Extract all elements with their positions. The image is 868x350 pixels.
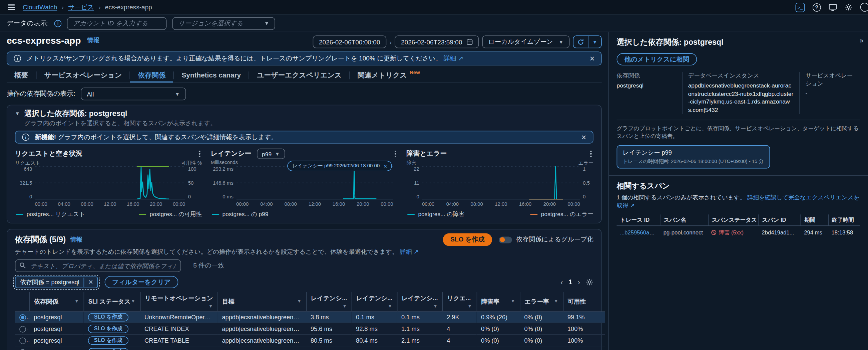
toggle-track[interactable]: [499, 236, 513, 243]
table-row[interactable]: postgresql SLO を作成 INSERT INTO appdb|ecs…: [15, 346, 605, 350]
tab-service-operations[interactable]: サービスオペレーション: [37, 68, 130, 83]
account-avatar[interactable]: [860, 3, 868, 12]
legend-item[interactable]: postgres... の p99: [212, 211, 268, 218]
chart-menu-icon[interactable]: [393, 149, 398, 159]
help-icon[interactable]: ?: [813, 3, 821, 11]
col-sli-status[interactable]: SLI ステータス▼: [84, 292, 140, 311]
table-row[interactable]: postgresql SLO を作成 UnknownRemoteOperatio…: [15, 311, 605, 323]
title-info-link[interactable]: 情報: [87, 37, 99, 43]
filter-caret-icon[interactable]: ▼: [74, 298, 79, 303]
correlate-metrics-button[interactable]: 他のメトリクスに相関: [617, 53, 697, 65]
description-details-link[interactable]: 詳細 ↗: [400, 248, 418, 255]
close-icon[interactable]: ×: [582, 133, 586, 141]
chart-menu-icon[interactable]: [197, 149, 202, 159]
row-radio[interactable]: [19, 337, 26, 344]
account-id-input[interactable]: [67, 17, 167, 30]
col-end-time[interactable]: 終了時間: [828, 214, 860, 226]
span-row[interactable]: ...b259560a028973 pg-pool.connect 障害 (5x…: [617, 226, 860, 239]
create-slo-pill-button[interactable]: SLO を作成: [88, 325, 128, 333]
percentile-select[interactable]: p99 ▼: [257, 149, 285, 159]
refresh-options-caret[interactable]: ▼: [588, 36, 601, 48]
date-end-input[interactable]: 2026-02-06T23:59:00: [395, 35, 479, 48]
section-info-link[interactable]: 情報: [70, 235, 83, 244]
clear-filters-button[interactable]: フィルターをクリア: [104, 276, 179, 288]
create-slo-pill-button[interactable]: SLO を作成: [88, 348, 128, 350]
previous-page-icon[interactable]: ‹: [560, 278, 563, 286]
plot-area[interactable]: [35, 166, 185, 200]
group-by-dependency-toggle[interactable]: 依存関係によるグループ化: [499, 235, 593, 244]
refresh-icon[interactable]: [574, 36, 588, 48]
filter-caret-icon[interactable]: ▼: [342, 303, 347, 309]
region-select[interactable]: リージョンを選択する ▼: [172, 17, 275, 30]
panel-collapse-icon[interactable]: »: [860, 37, 864, 45]
info-icon[interactable]: i: [54, 20, 62, 27]
table-row[interactable]: postgresql SLO を作成 CREATE INDEX appdb|ec…: [15, 323, 605, 334]
col-latency-1[interactable]: レイテンシ...▼: [306, 292, 351, 311]
col-trace-id[interactable]: トレース ID: [617, 214, 660, 226]
date-start-input[interactable]: 2026-02-06T00:00:00: [313, 35, 386, 48]
row-radio[interactable]: [19, 349, 26, 350]
create-slo-button[interactable]: SLO を作成: [443, 233, 492, 246]
filter-token-remove-icon[interactable]: ✕: [84, 278, 97, 287]
filter-caret-icon[interactable]: ▼: [388, 303, 392, 309]
filter-caret-icon[interactable]: ▼: [131, 298, 135, 303]
plot-area[interactable]: [422, 166, 580, 200]
filter-caret-icon[interactable]: ▼: [209, 303, 213, 309]
breadcrumb-services-link[interactable]: サービス: [68, 3, 94, 11]
latency-selection-card[interactable]: レイテンシー p99 トレースの時間範囲: 2026-02-06 18:00:0…: [617, 145, 770, 168]
trace-id-link[interactable]: ...b259560a028973: [620, 229, 660, 235]
filter-caret-icon[interactable]: ▼: [467, 303, 472, 309]
collapse-triangle-icon[interactable]: ▼: [15, 111, 20, 117]
filter-caret-icon[interactable]: ▼: [511, 298, 515, 303]
legend-item[interactable]: postgres... の可用性: [139, 211, 202, 218]
timezone-select[interactable]: ローカルタイムゾーン ▼: [482, 35, 569, 48]
chart-tooltip-close-icon[interactable]: ×: [384, 163, 387, 169]
tab-related-metrics[interactable]: 関連メトリクスNew: [350, 68, 428, 83]
dependency-filter-input[interactable]: [15, 260, 181, 272]
col-error-rate[interactable]: エラー率▼: [520, 292, 563, 311]
create-slo-pill-button[interactable]: SLO を作成: [88, 336, 128, 344]
col-target[interactable]: 目標▼: [217, 292, 306, 311]
col-requests[interactable]: リクエ...▼: [442, 292, 477, 311]
plot-area[interactable]: レイテンシー p99 2026/02/06 18:00:00 ×: [236, 166, 393, 200]
settings-gear-icon[interactable]: [845, 3, 852, 11]
display-icon[interactable]: [829, 4, 837, 11]
table-row[interactable]: postgresql SLO を作成 CREATE TABLE appdb|ec…: [15, 334, 605, 346]
tab-overview[interactable]: 概要: [7, 68, 36, 83]
tab-user-experience[interactable]: ユーザーエクスペリエンス: [249, 68, 349, 83]
close-icon[interactable]: ×: [590, 54, 595, 63]
tab-dependencies[interactable]: 依存関係: [130, 68, 173, 83]
sampling-info-banner: i メトリクスがサンプリングされる場合があります。より正確な結果を得るには、トレ…: [7, 52, 602, 65]
page-number[interactable]: 1: [568, 278, 572, 286]
col-availability[interactable]: 可用性: [563, 292, 605, 311]
table-settings-gear-icon[interactable]: [586, 278, 593, 286]
cloudshell-icon[interactable]: >_: [796, 2, 805, 12]
row-radio[interactable]: [19, 314, 26, 321]
filter-token[interactable]: 依存関係 = postgresql ✕: [15, 276, 98, 288]
legend-item[interactable]: postgres... のエラー: [530, 211, 593, 218]
col-span-name[interactable]: スパン名: [660, 214, 708, 226]
filter-caret-icon[interactable]: ▼: [297, 298, 301, 303]
tab-synthetics-canary[interactable]: Synthetics canary: [174, 68, 249, 83]
col-remote-operation[interactable]: リモートオペレーション▼: [140, 292, 217, 311]
ops-filter-select[interactable]: All ▼: [81, 88, 186, 100]
filter-caret-icon[interactable]: ▼: [554, 298, 558, 303]
men​u-icon[interactable]: [7, 3, 16, 11]
col-latency-2[interactable]: レイテンシ...▼: [351, 292, 397, 311]
chart-tooltip-chip[interactable]: レイテンシー p99 2026/02/06 18:00:00 ×: [287, 161, 392, 171]
next-page-icon[interactable]: ›: [578, 278, 580, 286]
legend-item[interactable]: postgres... リクエスト: [16, 211, 85, 218]
col-span-status[interactable]: スパンステータス: [708, 214, 758, 226]
col-dependency[interactable]: 依存関係▼: [29, 292, 84, 311]
chart-menu-icon[interactable]: [589, 149, 593, 159]
col-span-id[interactable]: スパン ID: [758, 214, 801, 226]
col-duration[interactable]: 期間: [801, 214, 828, 226]
banner-details-link[interactable]: 詳細 ↗: [443, 55, 463, 61]
breadcrumb-cloudwatch-link[interactable]: CloudWatch: [23, 4, 57, 11]
legend-item[interactable]: postgres... の障害: [408, 211, 464, 218]
filter-caret-icon[interactable]: ▼: [433, 303, 438, 309]
col-fault-rate[interactable]: 障害率▼: [477, 292, 520, 311]
col-latency-3[interactable]: レイテンシ...▼: [397, 292, 442, 311]
row-radio[interactable]: [19, 326, 26, 332]
create-slo-pill-button[interactable]: SLO を作成: [88, 313, 128, 321]
